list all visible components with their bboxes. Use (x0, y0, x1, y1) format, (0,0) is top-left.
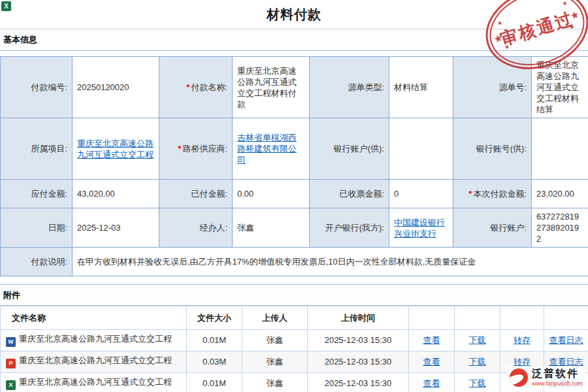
field-value-remark: 在甲方收到材料并验收无误后,由乙方开具17%的增值税专用发票后,10日内一次性全… (73, 248, 588, 276)
col-header-file-size: 文件大小 (187, 306, 242, 330)
col-header-upload-time: 上传时间 (308, 306, 409, 330)
file-uploader: 张鑫 (242, 351, 308, 373)
field-value-our-bank: 中国建设银行兴业街支行 (389, 208, 453, 248)
basic-info-table: 付款编号: 20250120020 *付款名称: 重庆至北京高速公路九河互通式立… (0, 56, 588, 276)
file-upload-time: 2025-12-03 15:30 (308, 373, 409, 392)
field-label-paid: 已付金额: (159, 180, 233, 208)
brand-name: 泛普软件 (532, 368, 583, 380)
view-log-link[interactable]: 查看日志 (549, 357, 583, 367)
field-value-project: 重庆至北京高速公路九河互通式立交工程 (73, 118, 159, 180)
field-label-payment-name: *付款名称: (159, 57, 233, 118)
section-basic-info: 基本信息 (0, 29, 588, 51)
our-bank-link[interactable]: 中国建设银行兴业街支行 (394, 218, 445, 238)
brand-url: www.fanpusoft.com (532, 380, 583, 387)
field-value-bank-account: 6372728192738920192 (532, 208, 588, 248)
title-bar: 材料付款 (0, 0, 588, 29)
pdf-file-icon: P (6, 359, 16, 368)
field-value-payable: 43,020.00 (73, 180, 159, 208)
file-name-cell: P重庆至北京高速公路九河互通式立交工程 (1, 351, 187, 373)
field-label-supplier-bank-account: 银行账户(供): (310, 118, 389, 180)
attachment-row: X重庆至北京高速公路九河互通式立交工程 0.01M 张鑫 2025-12-03 … (1, 373, 588, 392)
col-header-download (455, 306, 500, 330)
field-value-date: 2025-12-03 (73, 208, 159, 248)
required-marker: * (178, 144, 181, 154)
field-value-invoiced: 0 (389, 180, 453, 208)
material-payment-page: { "page": { "title": "材料付款", "stamp": "审… (0, 0, 588, 392)
file-name-cell: W重庆至北京高速公路九河互通式立交工程 (1, 330, 187, 351)
col-header-file-name: 文件名称 (1, 306, 187, 330)
field-label-our-bank: 开户银行(我方): (310, 208, 389, 248)
file-upload-time: 2025-12-03 15:30 (308, 351, 409, 373)
field-value-supplier-bank-no (532, 118, 588, 180)
field-label-bank-account: 银行账户: (453, 208, 532, 248)
field-label-source-type: 源单类型: (310, 57, 389, 118)
field-label-handler: 经办人: (159, 208, 233, 248)
view-link[interactable]: 查看 (423, 335, 440, 345)
file-size: 0.03M (187, 351, 242, 373)
attachment-row: W重庆至北京高速公路九河互通式立交工程 0.01M 张鑫 2025-12-03 … (1, 330, 588, 351)
file-name-cell: X重庆至北京高速公路九河互通式立交工程 (1, 373, 187, 392)
fanpu-logo-icon (510, 368, 528, 387)
field-label-date: 日期: (1, 208, 73, 248)
project-link[interactable]: 重庆至北京高速公路九河互通式立交工程 (77, 139, 154, 159)
download-link[interactable]: 下载 (469, 357, 486, 367)
word-file-icon: W (6, 337, 16, 347)
file-size: 0.01M (187, 373, 242, 392)
field-value-payment-no: 20250120020 (73, 57, 159, 118)
transfer-link[interactable]: 转存 (514, 335, 531, 345)
fanpu-brand: 泛普软件 www.fanpusoft.com (507, 367, 585, 388)
attachment-row: P重庆至北京高速公路九河互通式立交工程 0.03M 张鑫 2025-12-03 … (1, 351, 588, 373)
field-value-current-payment: 23,020.00 (532, 180, 588, 208)
field-value-payment-name: 重庆至北京高速公路九河互通式立交工程材料付款 (233, 57, 310, 118)
download-link[interactable]: 下载 (469, 378, 486, 388)
field-label-payment-no: 付款编号: (1, 57, 73, 118)
field-label-current-payment: *本次付款金额: (453, 180, 532, 208)
field-label-source-no: 源单号: (453, 57, 532, 118)
field-label-invoiced: 已收票金额: (310, 180, 389, 208)
export-excel-icon[interactable]: X (1, 1, 11, 11)
view-log-link[interactable]: 查看日志 (549, 335, 583, 345)
file-uploader: 张鑫 (242, 373, 308, 392)
required-marker: * (468, 189, 472, 199)
col-header-view (409, 306, 455, 330)
field-value-paid: 0.00 (233, 180, 310, 208)
field-value-source-no: 重庆至北京高速公路九河互通式立交工程材料结算 (532, 57, 588, 118)
file-uploader: 张鑫 (242, 330, 308, 351)
page-title: 材料付款 (267, 6, 321, 24)
field-label-supplier-bank-no: 银行账号(供): (453, 118, 532, 180)
field-value-supplier-bank-account (389, 118, 453, 180)
file-upload-time: 2025-12-03 15:30 (308, 330, 409, 351)
field-label-project: 所属项目: (1, 118, 73, 180)
view-link[interactable]: 查看 (423, 357, 440, 367)
field-label-remark: 付款说明: (1, 248, 73, 276)
required-marker: * (186, 82, 189, 92)
col-header-uploader: 上传人 (242, 306, 308, 330)
field-value-supplier: 吉林省单榥湖西路桥建筑有限公司 (233, 118, 310, 180)
field-value-handler: 张鑫 (233, 208, 310, 248)
file-size: 0.01M (187, 330, 242, 351)
excel-file-icon: X (6, 380, 16, 390)
attachments-table: 文件名称 文件大小 上传人 上传时间 W重庆至北京高速公路九河互通式立交工程 0… (0, 306, 588, 392)
download-link[interactable]: 下载 (469, 335, 486, 345)
view-link[interactable]: 查看 (423, 378, 440, 388)
col-header-log (544, 306, 588, 330)
col-header-transfer (500, 306, 544, 330)
supplier-link[interactable]: 吉林省单榥湖西路桥建筑有限公司 (237, 133, 297, 165)
section-attachments: 附件 (0, 284, 588, 306)
transfer-link[interactable]: 转存 (514, 357, 531, 367)
attachments-header-row: 文件名称 文件大小 上传人 上传时间 (1, 306, 588, 330)
field-value-source-type: 材料结算 (389, 57, 453, 118)
field-label-supplier: *路桥供应商: (159, 118, 233, 180)
field-label-payable: 应付金额: (1, 180, 73, 208)
